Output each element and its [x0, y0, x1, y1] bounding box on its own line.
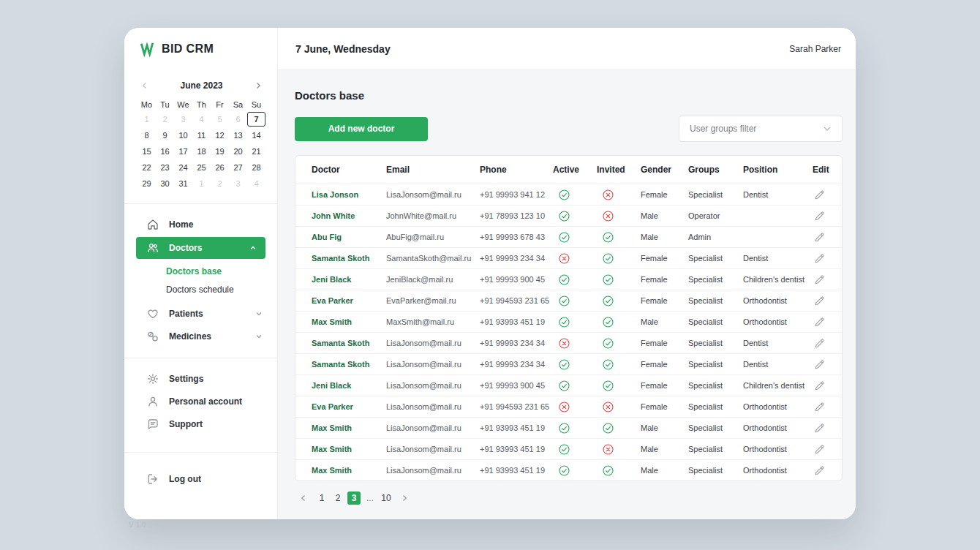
logout-button[interactable]: Log out [124, 468, 277, 490]
sidebar-item-doctors-base[interactable]: Doctors base [124, 263, 277, 279]
calendar-day[interactable]: 9 [156, 128, 174, 143]
doctor-name-link[interactable]: Samanta Skoth [312, 254, 386, 263]
calendar-day[interactable]: 23 [156, 160, 174, 175]
calendar-day[interactable]: 18 [192, 144, 211, 159]
add-new-doctor-button[interactable]: Add new doctor [295, 117, 428, 141]
edit-button[interactable] [813, 423, 836, 434]
sidebar-item-medicines[interactable]: Medicines [124, 325, 277, 347]
edit-button[interactable] [813, 295, 836, 306]
doctor-name-link[interactable]: Max Smith [312, 423, 386, 432]
calendar-day[interactable]: 3 [174, 112, 192, 127]
doctor-name-link[interactable]: Lisa Jonson [312, 190, 386, 199]
doctor-name-link[interactable]: Max Smith [312, 466, 386, 475]
doctor-position: Orthodontist [743, 445, 813, 453]
chevron-down-icon [822, 124, 832, 134]
edit-button[interactable] [813, 359, 836, 370]
doctor-phone: +91 994593 231 65 [480, 402, 553, 411]
user-menu[interactable]: Sarah Parker [789, 44, 841, 54]
doctor-name-link[interactable]: Max Smith [312, 317, 386, 326]
calendar-day[interactable]: 2 [156, 112, 174, 127]
calendar-next-button[interactable] [254, 81, 263, 90]
doctor-gender: Female [641, 360, 688, 369]
calendar-day[interactable]: 8 [137, 128, 156, 143]
user-groups-filter[interactable]: User groups filter [679, 116, 843, 142]
edit-button[interactable] [813, 253, 836, 264]
calendar-day[interactable]: 31 [174, 176, 192, 191]
invited-check-icon [597, 338, 641, 349]
column-header-invited: Invited [597, 165, 641, 175]
sidebar-item-doctors[interactable]: Doctors [136, 237, 265, 259]
calendar-day[interactable]: 30 [156, 176, 174, 191]
sidebar-item-personal-account[interactable]: Personal account [124, 391, 277, 412]
doctor-name-link[interactable]: Max Smith [312, 445, 386, 453]
calendar-day[interactable]: 21 [247, 144, 265, 159]
calendar-day[interactable]: 5 [211, 112, 229, 127]
edit-button[interactable] [813, 274, 836, 285]
doctor-name-link[interactable]: Abu Fig [312, 233, 386, 241]
pagination-page-1[interactable]: 1 [315, 491, 328, 505]
doctor-name-link[interactable]: Samanta Skoth [312, 360, 386, 369]
calendar-day[interactable]: 16 [156, 144, 174, 159]
doctor-name-link[interactable]: Samanta Skoth [312, 339, 386, 347]
calendar-day[interactable]: 13 [229, 128, 247, 143]
pagination-next-button[interactable] [397, 494, 412, 502]
edit-button[interactable] [813, 444, 836, 455]
calendar-prev-button[interactable] [140, 81, 149, 90]
sidebar-item-support[interactable]: Support [124, 413, 277, 435]
page: { "colors": { "green": "#2aa85c", "red":… [0, 0, 980, 550]
calendar-day[interactable]: 27 [229, 160, 247, 175]
calendar-day[interactable]: 24 [174, 160, 192, 175]
calendar-day[interactable]: 4 [247, 176, 265, 191]
doctor-groups: Admin [688, 233, 743, 241]
calendar-day[interactable]: 10 [174, 128, 192, 143]
calendar-day[interactable]: 20 [229, 144, 247, 159]
edit-button[interactable] [813, 465, 836, 476]
calendar-day[interactable]: 2 [211, 176, 229, 191]
edit-button[interactable] [813, 189, 836, 200]
edit-button[interactable] [813, 338, 836, 349]
pagination-page-10[interactable]: 10 [380, 491, 393, 505]
calendar-day[interactable]: 19 [211, 144, 229, 159]
doctor-name-link[interactable]: Jeni Black [312, 381, 386, 390]
calendar-day-selected[interactable]: 7 [247, 112, 265, 127]
doctor-name-link[interactable]: Eva Parker [312, 296, 386, 305]
calendar-day[interactable]: 12 [211, 128, 229, 143]
invited-cross-icon [597, 402, 641, 412]
doctor-name-link[interactable]: John White [312, 211, 386, 220]
calendar-day[interactable]: 15 [137, 144, 156, 159]
calendar-day[interactable]: 26 [211, 160, 229, 175]
sidebar-item-doctors-schedule[interactable]: Doctors schedule [124, 281, 277, 298]
doctor-name-link[interactable]: Eva Parker [312, 402, 386, 411]
sidebar-item-home[interactable]: Home [124, 214, 277, 236]
doctor-name-link[interactable]: Jeni Black [312, 275, 386, 284]
calendar-day[interactable]: 29 [137, 176, 156, 191]
doctor-phone: +91 99993 900 45 [480, 275, 553, 284]
edit-button[interactable] [813, 402, 836, 412]
doctors-table-header: DoctorEmailPhoneActiveInvitedGenderGroup… [295, 156, 842, 184]
calendar-day[interactable]: 22 [137, 160, 156, 175]
calendar-day[interactable]: 1 [192, 176, 211, 191]
pagination-page-2[interactable]: 2 [331, 491, 344, 505]
sidebar-item-settings[interactable]: Settings [124, 368, 277, 390]
doctor-email: LisaJonsom@mail.ru [386, 190, 480, 199]
active-check-icon [553, 232, 597, 243]
edit-button[interactable] [813, 211, 836, 222]
sidebar-item-patients[interactable]: Patients [124, 303, 277, 325]
pagination-page-3[interactable]: 3 [347, 491, 361, 505]
calendar-day[interactable]: 3 [229, 176, 247, 191]
edit-button[interactable] [813, 380, 836, 391]
calendar-day[interactable]: 25 [192, 160, 211, 175]
calendar-day[interactable]: 4 [192, 112, 211, 127]
app-window: BID CRM June 2023 MoTuWeThFrSaSu 1234567… [124, 28, 856, 519]
calendar-day[interactable]: 6 [229, 112, 247, 127]
calendar-day[interactable]: 28 [247, 160, 265, 175]
calendar-day[interactable]: 11 [192, 128, 211, 143]
doctor-gender: Male [641, 466, 688, 475]
pagination-prev-button[interactable] [296, 494, 311, 502]
pagination-ellipsis: ... [363, 491, 377, 505]
calendar-day[interactable]: 14 [247, 128, 265, 143]
calendar-day[interactable]: 1 [137, 112, 156, 127]
edit-button[interactable] [813, 317, 836, 328]
calendar-day[interactable]: 17 [174, 144, 192, 159]
edit-button[interactable] [813, 232, 836, 243]
